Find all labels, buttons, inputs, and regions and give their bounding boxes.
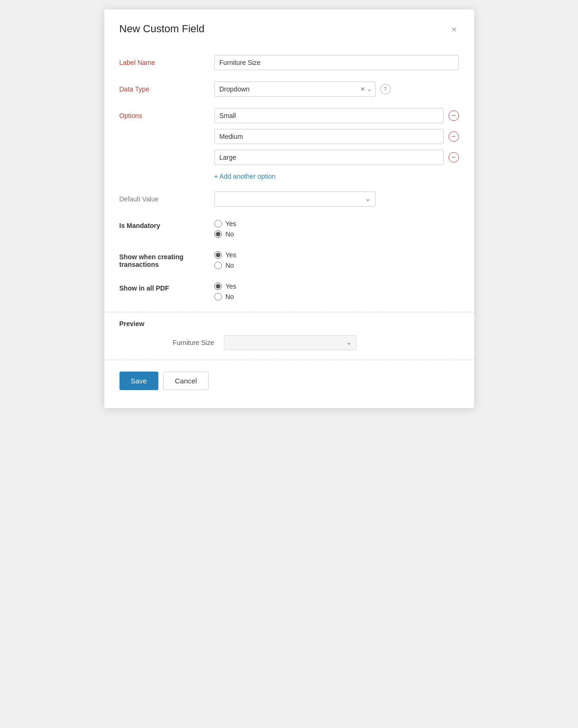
remove-option-3-button[interactable]: −	[449, 152, 459, 163]
close-button[interactable]: ×	[450, 23, 459, 36]
option-row-1: −	[214, 108, 459, 123]
default-value-wrap: Small Medium Large	[214, 191, 459, 207]
option-input-2[interactable]	[214, 129, 444, 144]
label-name-row: Label Name	[119, 55, 459, 70]
options-row: Options − − −	[119, 108, 459, 180]
data-type-select-wrap: Dropdown Text Number Date ✕ ⌄ ?	[214, 82, 459, 97]
show-pdf-radio-group: Yes No	[214, 281, 459, 300]
default-value-row: Default Value Small Medium Large	[119, 191, 459, 207]
preview-section-label: Preview	[104, 312, 474, 328]
label-name-label: Label Name	[119, 55, 214, 66]
preview-body: Furniture Size Small Medium Large	[104, 328, 474, 360]
label-name-input[interactable]	[214, 55, 459, 70]
modal-title: New Custom Field	[119, 23, 205, 35]
remove-option-1-button[interactable]: −	[449, 110, 459, 121]
show-creating-yes-radio[interactable]	[214, 251, 222, 259]
option-row-2: −	[214, 129, 459, 144]
minus-circle-icon-3: −	[449, 152, 459, 163]
preview-field-label: Furniture Size	[119, 339, 214, 346]
options-wrap: − − − + Add another option	[214, 108, 459, 180]
modal-footer: Save Cancel	[104, 360, 474, 394]
show-creating-row: Show when creatingtransactions Yes No	[119, 249, 459, 269]
is-mandatory-wrap: Yes No	[214, 218, 459, 238]
minus-circle-icon-1: −	[449, 110, 459, 121]
show-creating-no-option[interactable]: No	[214, 262, 459, 269]
show-pdf-no-label: No	[226, 293, 234, 300]
label-name-wrap	[214, 55, 459, 70]
mandatory-no-label: No	[226, 230, 234, 238]
option-input-1[interactable]	[214, 108, 444, 123]
option-row-3: −	[214, 150, 459, 165]
modal-header: New Custom Field ×	[104, 9, 474, 46]
show-creating-radio-group: Yes No	[214, 249, 459, 269]
save-button[interactable]: Save	[119, 372, 158, 390]
show-pdf-label: Show in all PDF	[119, 281, 214, 292]
mandatory-yes-label: Yes	[226, 220, 237, 228]
show-pdf-yes-radio[interactable]	[214, 282, 222, 290]
preview-select[interactable]: Small Medium Large	[224, 335, 357, 350]
show-creating-yes-option[interactable]: Yes	[214, 251, 459, 259]
preview-section: Preview Furniture Size Small Medium Larg…	[104, 312, 474, 360]
options-label: Options	[119, 108, 214, 119]
new-custom-field-modal: New Custom Field × Label Name Data Type …	[104, 9, 474, 408]
show-creating-yes-label: Yes	[226, 251, 237, 259]
cancel-button[interactable]: Cancel	[163, 372, 209, 390]
option-input-3[interactable]	[214, 150, 444, 165]
data-type-row: Data Type Dropdown Text Number Date ✕ ⌄	[119, 82, 459, 97]
show-pdf-no-radio[interactable]	[214, 293, 222, 300]
show-creating-label: Show when creatingtransactions	[119, 249, 214, 268]
preview-select-wrap: Small Medium Large	[224, 335, 357, 350]
default-value-label: Default Value	[119, 191, 214, 203]
minus-circle-icon-2: −	[449, 131, 459, 142]
show-creating-no-radio[interactable]	[214, 262, 222, 269]
mandatory-yes-option[interactable]: Yes	[214, 220, 459, 228]
help-icon[interactable]: ?	[380, 84, 391, 94]
is-mandatory-label: Is Mandatory	[119, 218, 214, 229]
add-another-option-link[interactable]: + Add another option	[214, 173, 276, 180]
is-mandatory-radio-group: Yes No	[214, 218, 459, 238]
show-pdf-no-option[interactable]: No	[214, 293, 459, 300]
data-type-wrap: Dropdown Text Number Date ✕ ⌄ ?	[214, 82, 459, 97]
mandatory-yes-radio[interactable]	[214, 220, 222, 228]
modal-body: Label Name Data Type Dropdown Text Numbe…	[104, 46, 474, 300]
preview-row: Furniture Size Small Medium Large	[119, 335, 459, 350]
remove-option-2-button[interactable]: −	[449, 131, 459, 142]
data-type-select[interactable]: Dropdown Text Number Date	[214, 82, 376, 97]
default-value-select[interactable]: Small Medium Large	[214, 191, 376, 207]
show-creating-no-label: No	[226, 262, 234, 269]
mandatory-no-radio[interactable]	[214, 230, 222, 238]
mandatory-no-option[interactable]: No	[214, 230, 459, 238]
show-pdf-row: Show in all PDF Yes No	[119, 281, 459, 300]
default-value-select-wrap: Small Medium Large	[214, 191, 376, 207]
data-type-select-container: Dropdown Text Number Date ✕ ⌄	[214, 82, 376, 97]
show-creating-wrap: Yes No	[214, 249, 459, 269]
is-mandatory-row: Is Mandatory Yes No	[119, 218, 459, 238]
show-pdf-wrap: Yes No	[214, 281, 459, 300]
show-pdf-yes-option[interactable]: Yes	[214, 282, 459, 290]
data-type-label: Data Type	[119, 82, 214, 93]
show-pdf-yes-label: Yes	[226, 282, 237, 290]
